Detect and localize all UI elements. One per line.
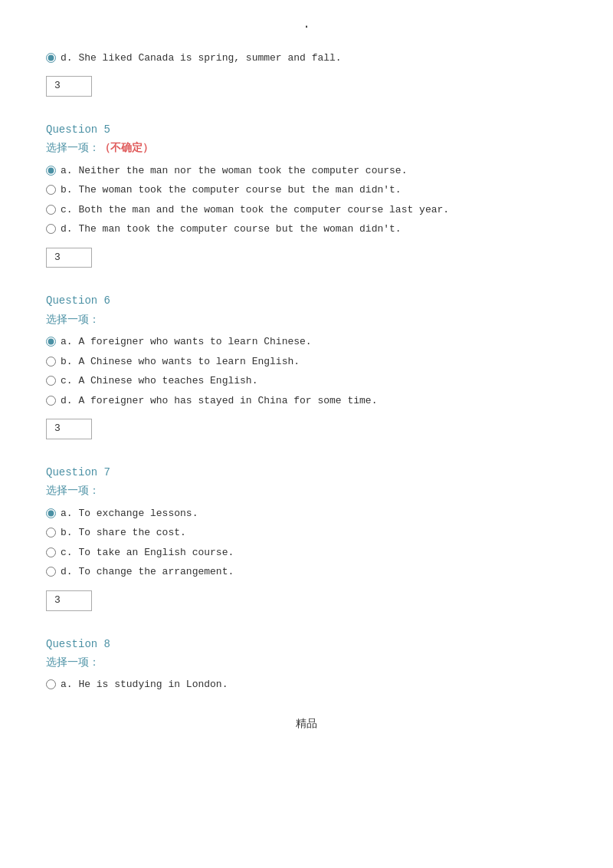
q6-option-b-row: b. A Chinese who wants to learn English.: [46, 354, 567, 370]
q8-option-a-row: a. He is studying in London.: [46, 677, 567, 692]
q5-option-c-radio[interactable]: [46, 205, 56, 215]
q7-option-b-row: b. To share the cost.: [46, 525, 567, 541]
question-6-instruction: 选择一项：: [46, 311, 567, 328]
q6-option-c-row: c. A Chinese who teaches English.: [46, 373, 567, 389]
q6-option-a-radio[interactable]: [46, 337, 56, 347]
q6-option-d-radio[interactable]: [46, 396, 56, 406]
q6-option-a-row: a. A foreigner who wants to learn Chines…: [46, 334, 567, 350]
q6-option-a-text: a. A foreigner who wants to learn Chines…: [61, 334, 312, 350]
question-8-block: Question 8 选择一项： a. He is studying in Lo…: [46, 636, 567, 692]
question-8-title: Question 8: [46, 636, 567, 653]
q7-option-d-text: d. To change the arrangement.: [61, 564, 234, 580]
question-5-block: Question 5 选择一项：（不确定） a. Neither the man…: [46, 121, 567, 279]
q8-option-a-radio[interactable]: [46, 679, 56, 689]
question-7-block: Question 7 选择一项： a. To exchange lessons.…: [46, 464, 567, 622]
question-7-instruction: 选择一项：: [46, 482, 567, 499]
q7-option-c-text: c. To take an English course.: [61, 545, 234, 561]
q5-option-d-text: d. The man took the computer course but …: [61, 222, 402, 237]
question-6-block: Question 6 选择一项： a. A foreigner who want…: [46, 292, 567, 450]
q7-option-a-row: a. To exchange lessons.: [46, 506, 567, 521]
q6-option-b-text: b. A Chinese who wants to learn English.: [61, 354, 300, 370]
question-7-title: Question 7: [46, 464, 567, 481]
q7-score-box: 3: [46, 590, 92, 611]
question-5-uncertain: （不确定）: [100, 142, 153, 154]
question-5-instruction-text: 选择一项：: [46, 142, 100, 154]
q7-option-b-radio[interactable]: [46, 528, 56, 538]
question-5-title: Question 5: [46, 121, 567, 138]
q5-option-d-radio[interactable]: [46, 224, 56, 234]
q5-option-d-row: d. The man took the computer course but …: [46, 222, 567, 237]
question-7-instruction-text: 选择一项：: [46, 485, 100, 497]
q5-option-b-radio[interactable]: [46, 185, 56, 195]
q6-option-c-radio[interactable]: [46, 376, 56, 386]
question-8-instruction-text: 选择一项：: [46, 656, 100, 669]
footer: 精品: [46, 715, 567, 732]
prev-score-box: 3: [46, 76, 92, 97]
q7-option-c-row: c. To take an English course.: [46, 545, 567, 561]
q7-option-d-radio[interactable]: [46, 567, 56, 577]
question-6-instruction-text: 选择一项：: [46, 314, 100, 326]
prev-option-d-radio[interactable]: [46, 53, 56, 63]
q5-option-a-radio[interactable]: [46, 166, 56, 176]
q5-score-box: 3: [46, 248, 92, 268]
q5-option-a-text: a. Neither the man nor the woman took th…: [61, 163, 407, 179]
q5-option-a-row: a. Neither the man nor the woman took th…: [46, 163, 567, 179]
q6-score-box: 3: [46, 419, 92, 439]
q6-option-d-row: d. A foreigner who has stayed in China f…: [46, 393, 567, 409]
q5-option-b-text: b. The woman took the computer course bu…: [61, 182, 402, 198]
page-dot: .: [46, 15, 567, 35]
prev-question-block: d. She liked Canada is spring, summer an…: [46, 51, 567, 107]
q7-option-d-row: d. To change the arrangement.: [46, 564, 567, 580]
question-5-instruction: 选择一项：（不确定）: [46, 140, 567, 156]
question-8-instruction: 选择一项：: [46, 654, 567, 671]
question-6-title: Question 6: [46, 292, 567, 309]
prev-option-d-text: d. She liked Canada is spring, summer an…: [61, 51, 342, 66]
q5-option-c-row: c. Both the man and the woman took the c…: [46, 202, 567, 218]
q7-option-c-radio[interactable]: [46, 547, 56, 557]
q8-option-a-text: a. He is studying in London.: [61, 677, 228, 692]
q7-option-b-text: b. To share the cost.: [61, 525, 186, 541]
q7-option-a-text: a. To exchange lessons.: [61, 506, 198, 521]
q7-option-a-radio[interactable]: [46, 508, 56, 518]
prev-option-d-row: d. She liked Canada is spring, summer an…: [46, 51, 567, 66]
q6-option-b-radio[interactable]: [46, 357, 56, 367]
q5-option-c-text: c. Both the man and the woman took the c…: [61, 202, 449, 218]
q6-option-c-text: c. A Chinese who teaches English.: [61, 373, 257, 389]
q6-option-d-text: d. A foreigner who has stayed in China f…: [61, 393, 377, 409]
q5-option-b-row: b. The woman took the computer course bu…: [46, 182, 567, 198]
